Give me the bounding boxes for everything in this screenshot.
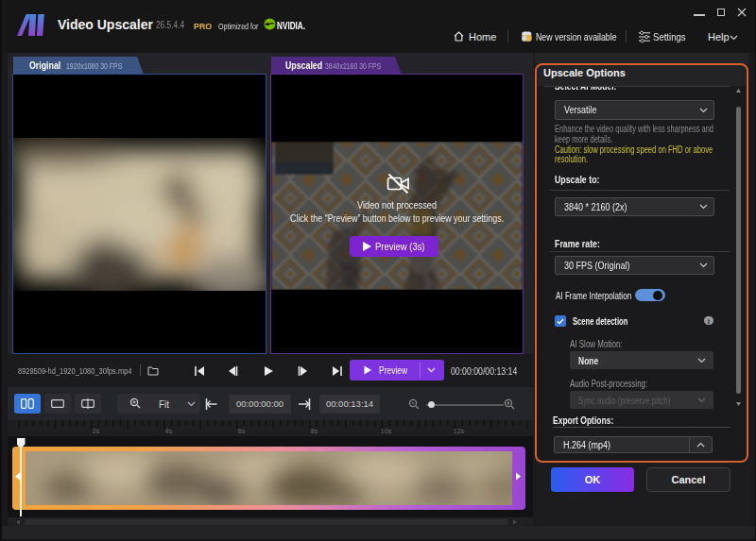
svg-text:6s: 6s [238, 428, 246, 434]
svg-text:4s: 4s [165, 428, 173, 434]
svg-text:12s: 12s [454, 428, 465, 434]
svg-text:8s: 8s [311, 428, 318, 434]
svg-text:2s: 2s [93, 428, 100, 434]
svg-text:10s: 10s [381, 428, 392, 434]
